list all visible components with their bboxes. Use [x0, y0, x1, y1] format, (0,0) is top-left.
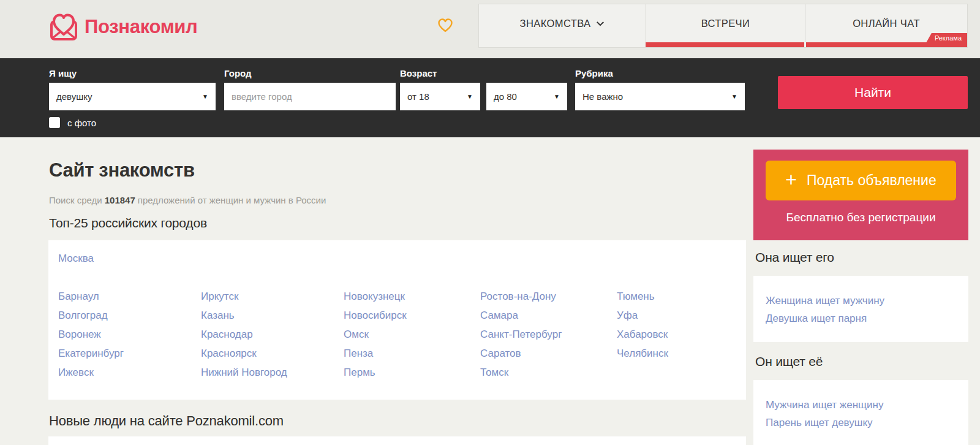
tabs-red-underline	[646, 42, 967, 47]
page: Познакомил ЗНАКОМСТВА ВСТРЕЧИ ОНЛАЙН ЧАТ…	[0, 0, 980, 445]
city-link[interactable]: Барнаул	[58, 287, 193, 306]
envelope-heart-logo-icon	[49, 12, 78, 42]
cities-column-1: БарнаулВолгоградВоронежЕкатеринбургИжевс…	[58, 287, 193, 382]
city-link[interactable]: Новосибирск	[344, 306, 478, 325]
new-people-title: Новые люди на сайте Poznakomil.com	[49, 413, 284, 429]
city-link[interactable]: Иркутск	[201, 287, 336, 306]
top-cities-card: Москва БарнаулВолгоградВоронежЕкатеринбу…	[48, 240, 746, 400]
city-link[interactable]: Казань	[201, 306, 336, 325]
subtitle: Поиск среди101847предложений от женщин и…	[49, 195, 326, 205]
city-link[interactable]: Краснодар	[201, 325, 336, 344]
tab-vstrechi[interactable]: ВСТРЕЧИ	[646, 4, 805, 42]
seek-link[interactable]: Мужчина ищет женщину	[766, 396, 968, 414]
seek-link[interactable]: Женщина ищет мужчину	[766, 292, 968, 310]
tab-vstrechi-label: ВСТРЕЧИ	[701, 18, 750, 29]
chevron-down-icon	[596, 21, 605, 26]
city-link[interactable]: Пенза	[344, 344, 478, 363]
seek-link[interactable]: Парень ищет девушку	[766, 414, 968, 432]
city-link[interactable]: Томск	[480, 363, 615, 382]
subtitle-prefix: Поиск среди	[49, 195, 102, 205]
logo-text: Познакомил	[85, 16, 198, 38]
city-link[interactable]: Челябинск	[617, 344, 752, 363]
cities-column-4: Ростов-на-ДонуСамараСанкт-ПетербургСарат…	[480, 287, 615, 382]
page-title: Сайт знакомств	[49, 159, 195, 181]
header: Познакомил ЗНАКОМСТВА ВСТРЕЧИ ОНЛАЙН ЧАТ…	[0, 0, 980, 58]
with-photo-label: с фото	[67, 118, 96, 128]
city-link[interactable]: Хабаровск	[617, 325, 752, 344]
seek-link[interactable]: Девушка ищет парня	[766, 310, 968, 327]
city-link[interactable]: Новокузнецк	[344, 287, 478, 306]
he-seeks-links: Мужчина ищет женщинуПарень ищет девушку	[753, 380, 968, 432]
city-link-moscow[interactable]: Москва	[58, 249, 94, 268]
post-ad-button-label: Подать объявление	[807, 172, 937, 189]
age-label: Возраст	[400, 68, 437, 78]
age-to-value: до 80	[494, 91, 517, 102]
select-arrow-icon: ▼	[731, 93, 737, 100]
age-to-select[interactable]: до 80 ▼	[486, 83, 567, 110]
city-link[interactable]: Саратов	[480, 344, 615, 363]
with-photo-checkbox[interactable]	[49, 117, 60, 128]
city-link[interactable]: Воронеж	[58, 325, 193, 344]
city-link[interactable]: Санкт-Петербург	[480, 325, 615, 344]
he-seeks-title: Он ищет её	[755, 354, 823, 369]
age-from-value: от 18	[407, 91, 429, 102]
top-cities-title: Топ-25 российских городов	[49, 216, 207, 230]
with-photo-row: с фото	[49, 117, 96, 128]
city-link[interactable]: Ростов-на-Дону	[480, 287, 615, 306]
header-tabs: ЗНАКОМСТВА ВСТРЕЧИ ОНЛАЙН ЧАТ Реклама	[478, 4, 968, 48]
seeking-select-value: девушку	[56, 91, 92, 102]
cities-column-3: НовокузнецкНовосибирскОмскПензаПермь	[344, 287, 478, 382]
she-seeks-card: Женщина ищет мужчинуДевушка ищет парня	[753, 276, 968, 342]
favorites-heart-icon[interactable]	[437, 18, 453, 34]
seeking-label: Я ищу	[49, 68, 77, 78]
cities-column-2: ИркутскКазаньКраснодарКрасноярскНижний Н…	[201, 287, 336, 382]
post-ad-button[interactable]: + Подать объявление	[766, 161, 956, 200]
city-link[interactable]: Самара	[480, 306, 615, 325]
new-people-card	[48, 436, 746, 445]
select-arrow-icon: ▼	[202, 93, 208, 100]
city-link[interactable]: Тюмень	[617, 287, 752, 306]
tab-znakomstva[interactable]: ЗНАКОМСТВА	[479, 4, 646, 42]
plus-icon: +	[785, 170, 797, 189]
rubric-value: Не важно	[582, 91, 623, 102]
city-link[interactable]: Нижний Новгород	[201, 363, 336, 382]
city-link[interactable]: Уфа	[617, 306, 752, 325]
city-label: Город	[224, 68, 252, 78]
subtitle-suffix: предложений от женщин и мужчин в России	[138, 195, 326, 205]
post-ad-promo-card: + Подать объявление Бесплатно без регист…	[753, 150, 968, 240]
city-link[interactable]: Волгоград	[58, 306, 193, 325]
city-input[interactable]	[224, 83, 396, 110]
city-link[interactable]: Пермь	[344, 363, 478, 382]
find-button[interactable]: Найти	[778, 76, 968, 109]
select-arrow-icon: ▼	[554, 93, 560, 100]
rubric-label: Рубрика	[575, 68, 613, 78]
ad-badge: Реклама	[926, 33, 967, 43]
post-ad-note: Бесплатно без регистрации	[753, 211, 968, 224]
city-link[interactable]: Екатеринбург	[58, 344, 193, 363]
search-bar: Я ищу Город Возраст Рубрика девушку ▼ от…	[0, 58, 980, 137]
seeking-select[interactable]: девушку ▼	[49, 83, 216, 110]
select-arrow-icon: ▼	[467, 93, 473, 100]
city-link[interactable]: Ижевск	[58, 363, 193, 382]
he-seeks-card: Мужчина ищет женщинуПарень ищет девушку	[753, 380, 968, 445]
offers-count: 101847	[105, 195, 135, 205]
she-seeks-title: Она ищет его	[755, 250, 834, 265]
logo[interactable]: Познакомил	[49, 12, 198, 42]
rubric-select[interactable]: Не важно ▼	[575, 83, 745, 110]
she-seeks-links: Женщина ищет мужчинуДевушка ищет парня	[753, 276, 968, 327]
age-from-select[interactable]: от 18 ▼	[400, 83, 480, 110]
tab-online-chat-label: ОНЛАЙН ЧАТ	[853, 18, 920, 29]
city-link[interactable]: Омск	[344, 325, 478, 344]
city-link[interactable]: Красноярск	[201, 344, 336, 363]
tab-znakomstva-label: ЗНАКОМСТВА	[520, 18, 591, 29]
cities-column-5: ТюменьУфаХабаровскЧелябинск	[617, 287, 752, 363]
